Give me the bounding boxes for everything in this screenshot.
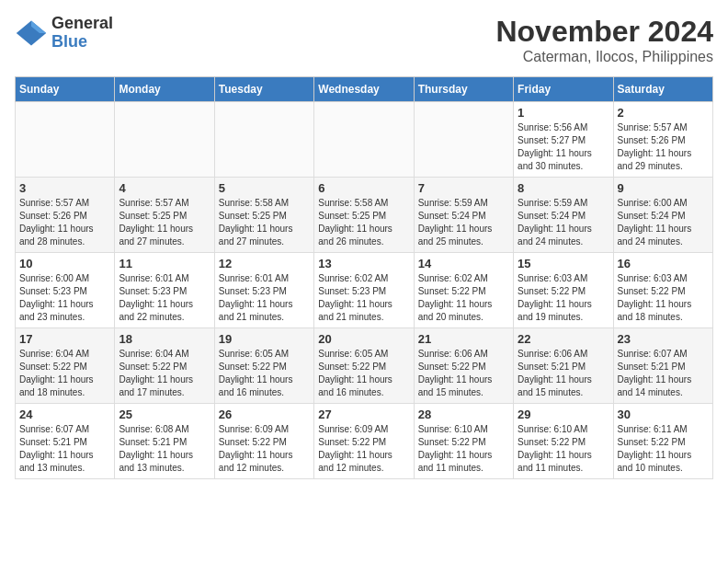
day-info: Sunrise: 5:59 AM Sunset: 5:24 PM Dayligh… [418, 197, 509, 248]
week-row-5: 24Sunrise: 6:07 AM Sunset: 5:21 PM Dayli… [16, 404, 713, 479]
calendar-cell [16, 102, 115, 178]
day-number: 21 [418, 332, 509, 346]
calendar-cell: 13Sunrise: 6:02 AM Sunset: 5:23 PM Dayli… [314, 253, 414, 328]
calendar-header: SundayMondayTuesdayWednesdayThursdayFrid… [16, 77, 713, 102]
day-number: 3 [19, 181, 110, 195]
day-header-saturday: Saturday [613, 77, 712, 102]
day-info: Sunrise: 6:03 AM Sunset: 5:22 PM Dayligh… [618, 272, 709, 324]
day-info: Sunrise: 6:06 AM Sunset: 5:22 PM Dayligh… [418, 348, 509, 399]
calendar-cell: 1Sunrise: 5:56 AM Sunset: 5:27 PM Daylig… [514, 102, 613, 178]
logo: General Blue [15, 15, 113, 52]
day-number: 28 [418, 408, 509, 421]
day-number: 11 [119, 257, 210, 270]
calendar-cell: 7Sunrise: 5:59 AM Sunset: 5:24 PM Daylig… [414, 178, 513, 253]
day-info: Sunrise: 5:57 AM Sunset: 5:25 PM Dayligh… [119, 197, 210, 248]
calendar-table: SundayMondayTuesdayWednesdayThursdayFrid… [15, 76, 713, 479]
calendar-cell: 25Sunrise: 6:08 AM Sunset: 5:21 PM Dayli… [115, 404, 214, 479]
day-number: 27 [318, 408, 409, 421]
calendar-cell [214, 102, 313, 178]
calendar-cell: 9Sunrise: 6:00 AM Sunset: 5:24 PM Daylig… [613, 178, 712, 253]
day-header-thursday: Thursday [414, 77, 513, 102]
calendar-cell [414, 102, 513, 178]
day-info: Sunrise: 5:58 AM Sunset: 5:25 PM Dayligh… [219, 197, 310, 248]
day-number: 25 [119, 408, 210, 421]
day-number: 19 [219, 332, 310, 346]
day-number: 22 [518, 332, 609, 346]
day-number: 16 [618, 257, 709, 270]
day-info: Sunrise: 5:56 AM Sunset: 5:27 PM Dayligh… [518, 121, 609, 173]
calendar-cell: 5Sunrise: 5:58 AM Sunset: 5:25 PM Daylig… [214, 178, 313, 253]
day-info: Sunrise: 6:01 AM Sunset: 5:23 PM Dayligh… [219, 272, 310, 324]
day-header-wednesday: Wednesday [314, 77, 414, 102]
day-header-tuesday: Tuesday [214, 77, 313, 102]
calendar-cell: 24Sunrise: 6:07 AM Sunset: 5:21 PM Dayli… [16, 404, 115, 479]
day-header-sunday: Sunday [16, 77, 115, 102]
day-number: 8 [518, 181, 609, 195]
day-number: 18 [119, 332, 210, 346]
calendar-cell: 20Sunrise: 6:05 AM Sunset: 5:22 PM Dayli… [314, 328, 414, 404]
day-info: Sunrise: 5:57 AM Sunset: 5:26 PM Dayligh… [618, 121, 709, 173]
title-area: November 2024 Caterman, Ilocos, Philippi… [495, 15, 713, 65]
calendar-cell: 18Sunrise: 6:04 AM Sunset: 5:22 PM Dayli… [115, 328, 214, 404]
day-number: 6 [318, 181, 409, 195]
page-header: General Blue November 2024 Caterman, Ilo… [15, 15, 713, 65]
day-info: Sunrise: 6:00 AM Sunset: 5:23 PM Dayligh… [19, 272, 110, 324]
calendar-cell: 27Sunrise: 6:09 AM Sunset: 5:22 PM Dayli… [314, 404, 414, 479]
day-header-monday: Monday [115, 77, 214, 102]
calendar-cell: 29Sunrise: 6:10 AM Sunset: 5:22 PM Dayli… [514, 404, 613, 479]
day-info: Sunrise: 6:03 AM Sunset: 5:22 PM Dayligh… [518, 272, 609, 324]
week-row-2: 3Sunrise: 5:57 AM Sunset: 5:26 PM Daylig… [16, 178, 713, 253]
logo-icon [15, 17, 48, 50]
calendar-cell: 11Sunrise: 6:01 AM Sunset: 5:23 PM Dayli… [115, 253, 214, 328]
day-info: Sunrise: 6:10 AM Sunset: 5:22 PM Dayligh… [518, 423, 609, 475]
calendar-cell: 22Sunrise: 6:06 AM Sunset: 5:21 PM Dayli… [514, 328, 613, 404]
calendar-cell: 14Sunrise: 6:02 AM Sunset: 5:22 PM Dayli… [414, 253, 513, 328]
day-info: Sunrise: 6:09 AM Sunset: 5:22 PM Dayligh… [318, 423, 409, 475]
calendar-cell [115, 102, 214, 178]
day-number: 9 [618, 181, 709, 195]
day-info: Sunrise: 6:07 AM Sunset: 5:21 PM Dayligh… [618, 348, 709, 399]
day-info: Sunrise: 5:58 AM Sunset: 5:25 PM Dayligh… [318, 197, 409, 248]
day-header-friday: Friday [514, 77, 613, 102]
calendar-cell: 23Sunrise: 6:07 AM Sunset: 5:21 PM Dayli… [613, 328, 712, 404]
day-number: 2 [618, 106, 709, 120]
calendar-cell: 16Sunrise: 6:03 AM Sunset: 5:22 PM Dayli… [613, 253, 712, 328]
day-info: Sunrise: 6:11 AM Sunset: 5:22 PM Dayligh… [618, 423, 709, 475]
day-info: Sunrise: 6:04 AM Sunset: 5:22 PM Dayligh… [119, 348, 210, 399]
day-info: Sunrise: 6:10 AM Sunset: 5:22 PM Dayligh… [418, 423, 509, 475]
day-info: Sunrise: 5:59 AM Sunset: 5:24 PM Dayligh… [518, 197, 609, 248]
calendar-cell: 21Sunrise: 6:06 AM Sunset: 5:22 PM Dayli… [414, 328, 513, 404]
calendar-cell: 6Sunrise: 5:58 AM Sunset: 5:25 PM Daylig… [314, 178, 414, 253]
calendar-cell: 26Sunrise: 6:09 AM Sunset: 5:22 PM Dayli… [214, 404, 313, 479]
calendar-cell: 2Sunrise: 5:57 AM Sunset: 5:26 PM Daylig… [613, 102, 712, 178]
calendar-body: 1Sunrise: 5:56 AM Sunset: 5:27 PM Daylig… [16, 102, 713, 479]
day-info: Sunrise: 6:04 AM Sunset: 5:22 PM Dayligh… [19, 348, 110, 399]
day-number: 29 [518, 408, 609, 421]
day-info: Sunrise: 6:02 AM Sunset: 5:22 PM Dayligh… [418, 272, 509, 324]
day-info: Sunrise: 6:02 AM Sunset: 5:23 PM Dayligh… [318, 272, 409, 324]
calendar-cell: 8Sunrise: 5:59 AM Sunset: 5:24 PM Daylig… [514, 178, 613, 253]
month-title: November 2024 [495, 15, 713, 49]
day-number: 24 [19, 408, 110, 421]
header-row: SundayMondayTuesdayWednesdayThursdayFrid… [16, 77, 713, 102]
day-info: Sunrise: 6:05 AM Sunset: 5:22 PM Dayligh… [318, 348, 409, 399]
week-row-4: 17Sunrise: 6:04 AM Sunset: 5:22 PM Dayli… [16, 328, 713, 404]
day-number: 14 [418, 257, 509, 270]
calendar-cell: 3Sunrise: 5:57 AM Sunset: 5:26 PM Daylig… [16, 178, 115, 253]
day-number: 4 [119, 181, 210, 195]
calendar-cell [314, 102, 414, 178]
calendar-cell: 10Sunrise: 6:00 AM Sunset: 5:23 PM Dayli… [16, 253, 115, 328]
calendar-cell: 28Sunrise: 6:10 AM Sunset: 5:22 PM Dayli… [414, 404, 513, 479]
day-number: 26 [219, 408, 310, 421]
day-number: 30 [618, 408, 709, 421]
day-info: Sunrise: 6:06 AM Sunset: 5:21 PM Dayligh… [518, 348, 609, 399]
calendar-cell: 15Sunrise: 6:03 AM Sunset: 5:22 PM Dayli… [514, 253, 613, 328]
day-number: 10 [19, 257, 110, 270]
calendar-cell: 4Sunrise: 5:57 AM Sunset: 5:25 PM Daylig… [115, 178, 214, 253]
day-info: Sunrise: 6:08 AM Sunset: 5:21 PM Dayligh… [119, 423, 210, 475]
day-number: 15 [518, 257, 609, 270]
day-info: Sunrise: 6:00 AM Sunset: 5:24 PM Dayligh… [618, 197, 709, 248]
calendar-cell: 12Sunrise: 6:01 AM Sunset: 5:23 PM Dayli… [214, 253, 313, 328]
location: Caterman, Ilocos, Philippines [495, 49, 713, 65]
week-row-3: 10Sunrise: 6:00 AM Sunset: 5:23 PM Dayli… [16, 253, 713, 328]
